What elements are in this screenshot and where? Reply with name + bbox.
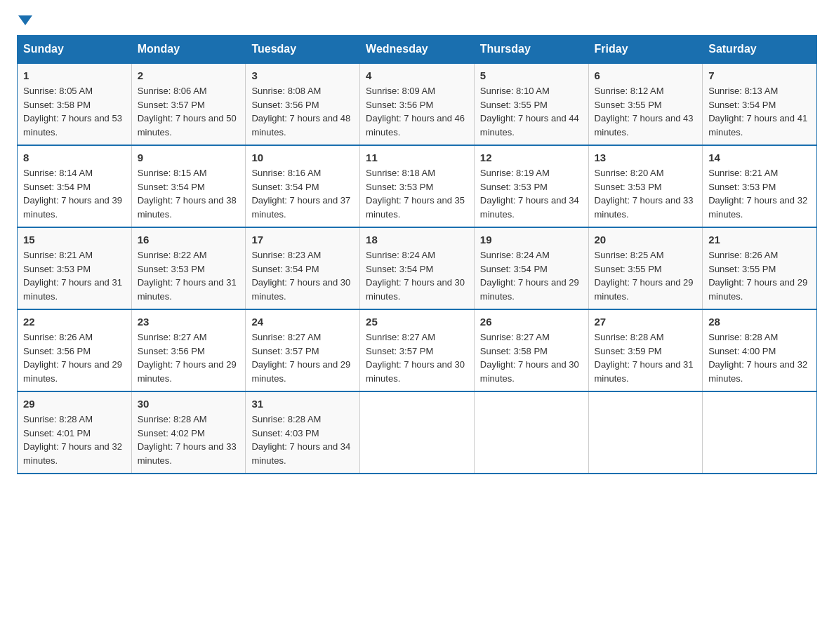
day-info: Sunrise: 8:24 AMSunset: 3:54 PMDaylight:…	[366, 250, 465, 302]
day-info: Sunrise: 8:26 AMSunset: 3:56 PMDaylight:…	[23, 332, 122, 384]
day-number: 28	[708, 316, 811, 328]
day-number: 31	[251, 398, 354, 410]
day-info: Sunrise: 8:28 AMSunset: 4:00 PMDaylight:…	[708, 332, 807, 384]
day-cell	[703, 391, 817, 474]
day-number: 15	[23, 234, 126, 246]
day-cell: 27 Sunrise: 8:28 AMSunset: 3:59 PMDaylig…	[588, 309, 703, 391]
logo-triangle-icon	[18, 15, 32, 25]
week-row-1: 1 Sunrise: 8:05 AMSunset: 3:58 PMDayligh…	[18, 63, 817, 145]
page-header	[17, 17, 817, 27]
day-cell: 11 Sunrise: 8:18 AMSunset: 3:53 PMDaylig…	[360, 145, 475, 227]
day-cell: 22 Sunrise: 8:26 AMSunset: 3:56 PMDaylig…	[18, 309, 132, 391]
day-cell: 5 Sunrise: 8:10 AMSunset: 3:55 PMDayligh…	[474, 63, 588, 145]
logo	[17, 17, 32, 27]
day-number: 29	[23, 398, 126, 410]
day-number: 6	[595, 69, 697, 81]
day-number: 27	[595, 316, 697, 328]
day-cell: 9 Sunrise: 8:15 AMSunset: 3:54 PMDayligh…	[131, 145, 246, 227]
weekday-header-thursday: Thursday	[474, 36, 588, 64]
day-info: Sunrise: 8:25 AMSunset: 3:55 PMDaylight:…	[595, 250, 694, 302]
day-number: 11	[366, 152, 468, 163]
day-number: 16	[138, 234, 240, 246]
calendar-body: 1 Sunrise: 8:05 AMSunset: 3:58 PMDayligh…	[18, 63, 817, 474]
day-cell: 10 Sunrise: 8:16 AMSunset: 3:54 PMDaylig…	[246, 145, 360, 227]
day-info: Sunrise: 8:18 AMSunset: 3:53 PMDaylight:…	[366, 168, 465, 220]
day-cell	[474, 391, 588, 474]
calendar-header: SundayMondayTuesdayWednesdayThursdayFrid…	[18, 36, 817, 64]
day-number: 13	[595, 152, 697, 163]
day-cell: 3 Sunrise: 8:08 AMSunset: 3:56 PMDayligh…	[246, 63, 360, 145]
day-info: Sunrise: 8:13 AMSunset: 3:54 PMDaylight:…	[708, 86, 807, 137]
calendar-table: SundayMondayTuesdayWednesdayThursdayFrid…	[17, 35, 817, 474]
day-cell: 4 Sunrise: 8:09 AMSunset: 3:56 PMDayligh…	[360, 63, 475, 145]
day-cell: 8 Sunrise: 8:14 AMSunset: 3:54 PMDayligh…	[18, 145, 132, 227]
weekday-header-friday: Friday	[588, 36, 703, 64]
day-cell: 23 Sunrise: 8:27 AMSunset: 3:56 PMDaylig…	[131, 309, 246, 391]
day-number: 23	[138, 316, 240, 328]
day-info: Sunrise: 8:28 AMSunset: 4:01 PMDaylight:…	[23, 414, 122, 466]
day-info: Sunrise: 8:27 AMSunset: 3:58 PMDaylight:…	[480, 332, 579, 384]
day-cell: 6 Sunrise: 8:12 AMSunset: 3:55 PMDayligh…	[588, 63, 703, 145]
day-info: Sunrise: 8:14 AMSunset: 3:54 PMDaylight:…	[23, 168, 122, 220]
day-info: Sunrise: 8:21 AMSunset: 3:53 PMDaylight:…	[708, 168, 807, 220]
day-info: Sunrise: 8:27 AMSunset: 3:56 PMDaylight:…	[138, 332, 237, 384]
day-cell: 28 Sunrise: 8:28 AMSunset: 4:00 PMDaylig…	[703, 309, 817, 391]
day-number: 26	[480, 316, 583, 328]
day-cell: 30 Sunrise: 8:28 AMSunset: 4:02 PMDaylig…	[131, 391, 246, 474]
day-cell	[360, 391, 475, 474]
day-info: Sunrise: 8:28 AMSunset: 4:03 PMDaylight:…	[251, 414, 350, 466]
day-info: Sunrise: 8:27 AMSunset: 3:57 PMDaylight:…	[251, 332, 350, 384]
day-number: 1	[23, 69, 126, 81]
day-info: Sunrise: 8:26 AMSunset: 3:55 PMDaylight:…	[708, 250, 807, 302]
day-cell: 7 Sunrise: 8:13 AMSunset: 3:54 PMDayligh…	[703, 63, 817, 145]
day-number: 8	[23, 152, 126, 163]
day-number: 5	[480, 69, 583, 81]
day-cell: 17 Sunrise: 8:23 AMSunset: 3:54 PMDaylig…	[246, 227, 360, 309]
day-number: 22	[23, 316, 126, 328]
weekday-header-tuesday: Tuesday	[246, 36, 360, 64]
day-cell: 19 Sunrise: 8:24 AMSunset: 3:54 PMDaylig…	[474, 227, 588, 309]
day-number: 30	[138, 398, 240, 410]
day-info: Sunrise: 8:24 AMSunset: 3:54 PMDaylight:…	[480, 250, 579, 302]
day-number: 24	[251, 316, 354, 328]
day-cell: 14 Sunrise: 8:21 AMSunset: 3:53 PMDaylig…	[703, 145, 817, 227]
day-cell: 29 Sunrise: 8:28 AMSunset: 4:01 PMDaylig…	[18, 391, 132, 474]
week-row-4: 22 Sunrise: 8:26 AMSunset: 3:56 PMDaylig…	[18, 309, 817, 391]
day-info: Sunrise: 8:28 AMSunset: 3:59 PMDaylight:…	[595, 332, 694, 384]
header-row: SundayMondayTuesdayWednesdayThursdayFrid…	[18, 36, 817, 64]
day-number: 19	[480, 234, 583, 246]
day-info: Sunrise: 8:28 AMSunset: 4:02 PMDaylight:…	[138, 414, 237, 466]
day-cell: 16 Sunrise: 8:22 AMSunset: 3:53 PMDaylig…	[131, 227, 246, 309]
day-number: 17	[251, 234, 354, 246]
weekday-header-saturday: Saturday	[703, 36, 817, 64]
day-info: Sunrise: 8:15 AMSunset: 3:54 PMDaylight:…	[138, 168, 237, 220]
week-row-2: 8 Sunrise: 8:14 AMSunset: 3:54 PMDayligh…	[18, 145, 817, 227]
day-info: Sunrise: 8:22 AMSunset: 3:53 PMDaylight:…	[138, 250, 237, 302]
day-info: Sunrise: 8:05 AMSunset: 3:58 PMDaylight:…	[23, 86, 122, 137]
day-info: Sunrise: 8:19 AMSunset: 3:53 PMDaylight:…	[480, 168, 579, 220]
day-info: Sunrise: 8:23 AMSunset: 3:54 PMDaylight:…	[251, 250, 350, 302]
day-cell: 24 Sunrise: 8:27 AMSunset: 3:57 PMDaylig…	[246, 309, 360, 391]
day-cell: 13 Sunrise: 8:20 AMSunset: 3:53 PMDaylig…	[588, 145, 703, 227]
day-number: 25	[366, 316, 468, 328]
day-cell: 31 Sunrise: 8:28 AMSunset: 4:03 PMDaylig…	[246, 391, 360, 474]
day-cell: 1 Sunrise: 8:05 AMSunset: 3:58 PMDayligh…	[18, 63, 132, 145]
day-cell: 15 Sunrise: 8:21 AMSunset: 3:53 PMDaylig…	[18, 227, 132, 309]
day-cell: 2 Sunrise: 8:06 AMSunset: 3:57 PMDayligh…	[131, 63, 246, 145]
day-info: Sunrise: 8:08 AMSunset: 3:56 PMDaylight:…	[251, 86, 350, 137]
day-number: 21	[708, 234, 811, 246]
day-number: 3	[251, 69, 354, 81]
day-info: Sunrise: 8:27 AMSunset: 3:57 PMDaylight:…	[366, 332, 465, 384]
day-number: 10	[251, 152, 354, 163]
day-cell: 21 Sunrise: 8:26 AMSunset: 3:55 PMDaylig…	[703, 227, 817, 309]
day-number: 4	[366, 69, 468, 81]
day-cell: 18 Sunrise: 8:24 AMSunset: 3:54 PMDaylig…	[360, 227, 475, 309]
day-number: 20	[595, 234, 697, 246]
day-info: Sunrise: 8:12 AMSunset: 3:55 PMDaylight:…	[595, 86, 694, 137]
weekday-header-monday: Monday	[131, 36, 246, 64]
day-number: 14	[708, 152, 811, 163]
day-cell	[588, 391, 703, 474]
day-cell: 25 Sunrise: 8:27 AMSunset: 3:57 PMDaylig…	[360, 309, 475, 391]
day-number: 18	[366, 234, 468, 246]
day-info: Sunrise: 8:06 AMSunset: 3:57 PMDaylight:…	[138, 86, 237, 137]
